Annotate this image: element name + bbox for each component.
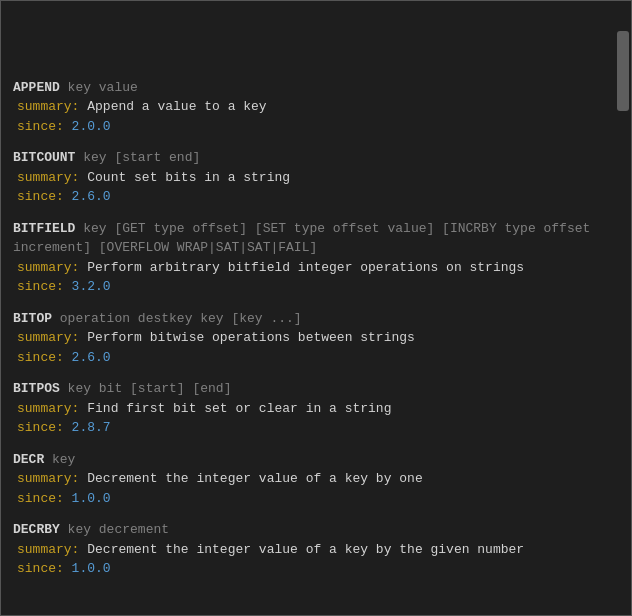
since-value: 2.8.7 — [64, 420, 111, 435]
since-line: since: 2.6.0 — [13, 348, 619, 368]
summary-label: summary: — [17, 330, 79, 345]
since-label: since: — [17, 279, 64, 294]
command-block: DECR keysummary: Decrement the integer v… — [13, 450, 619, 509]
command-syntax-line: BITCOUNT key [start end] — [13, 148, 619, 168]
summary-value: Find first bit set or clear in a string — [79, 401, 391, 416]
summary-line: summary: Decrement the integer value of … — [13, 469, 619, 489]
since-value: 2.6.0 — [64, 189, 111, 204]
summary-label: summary: — [17, 99, 79, 114]
since-line: since: 2.8.7 — [13, 418, 619, 438]
summary-value: Decrement the integer value of a key by … — [79, 471, 422, 486]
command-name: APPEND — [13, 80, 60, 95]
since-label: since: — [17, 491, 64, 506]
summary-label: summary: — [17, 542, 79, 557]
command-syntax: key [GET type offset] [SET type offset v… — [13, 221, 598, 256]
command-syntax: key value — [60, 80, 138, 95]
since-value: 1.0.0 — [64, 561, 111, 576]
command-block: DECRBY key decrementsummary: Decrement t… — [13, 520, 619, 579]
command-block: BITOP operation destkey key [key ...]sum… — [13, 309, 619, 368]
summary-value: Perform bitwise operations between strin… — [79, 330, 414, 345]
command-syntax-line: DECRBY key decrement — [13, 520, 619, 540]
since-line: since: 2.0.0 — [13, 117, 619, 137]
summary-value: Perform arbitrary bitfield integer opera… — [79, 260, 524, 275]
summary-value: Append a value to a key — [79, 99, 266, 114]
since-line: since: 2.6.0 — [13, 187, 619, 207]
commands-container: APPEND key valuesummary: Append a value … — [13, 78, 619, 590]
command-name: BITPOS — [13, 381, 60, 396]
since-value: 2.6.0 — [64, 350, 111, 365]
since-line: since: 3.2.0 — [13, 277, 619, 297]
command-syntax-line: APPEND key value — [13, 78, 619, 98]
since-label: since: — [17, 420, 64, 435]
summary-value: Decrement the integer value of a key by … — [79, 542, 524, 557]
terminal-content[interactable]: APPEND key valuesummary: Append a value … — [1, 1, 631, 589]
since-label: since: — [17, 189, 64, 204]
since-label: since: — [17, 350, 64, 365]
summary-label: summary: — [17, 401, 79, 416]
scrollbar[interactable] — [617, 31, 629, 111]
summary-line: summary: Perform arbitrary bitfield inte… — [13, 258, 619, 278]
prompt-line — [13, 9, 619, 68]
summary-label: summary: — [17, 471, 79, 486]
since-value: 3.2.0 — [64, 279, 111, 294]
summary-label: summary: — [17, 260, 79, 275]
summary-line: summary: Perform bitwise operations betw… — [13, 328, 619, 348]
command-syntax-line: BITPOS key bit [start] [end] — [13, 379, 619, 399]
command-name: BITCOUNT — [13, 150, 75, 165]
summary-line: summary: Find first bit set or clear in … — [13, 399, 619, 419]
command-name: DECRBY — [13, 522, 60, 537]
command-syntax: key — [44, 452, 75, 467]
command-syntax-line: BITFIELD key [GET type offset] [SET type… — [13, 219, 619, 258]
summary-line: summary: Decrement the integer value of … — [13, 540, 619, 560]
command-block: BITCOUNT key [start end]summary: Count s… — [13, 148, 619, 207]
command-syntax: operation destkey key [key ...] — [52, 311, 302, 326]
summary-label: summary: — [17, 170, 79, 185]
since-line: since: 1.0.0 — [13, 559, 619, 579]
command-syntax: key bit [start] [end] — [60, 381, 232, 396]
command-name: BITFIELD — [13, 221, 75, 236]
command-block: APPEND key valuesummary: Append a value … — [13, 78, 619, 137]
command-syntax: key [start end] — [75, 150, 200, 165]
command-name: DECR — [13, 452, 44, 467]
since-label: since: — [17, 119, 64, 134]
summary-line: summary: Append a value to a key — [13, 97, 619, 117]
command-syntax: key decrement — [60, 522, 169, 537]
command-syntax-line: BITOP operation destkey key [key ...] — [13, 309, 619, 329]
summary-line: summary: Count set bits in a string — [13, 168, 619, 188]
since-label: since: — [17, 561, 64, 576]
command-name: BITOP — [13, 311, 52, 326]
since-line: since: 1.0.0 — [13, 489, 619, 509]
command-block: BITFIELD key [GET type offset] [SET type… — [13, 219, 619, 297]
command-syntax-line: DECR key — [13, 450, 619, 470]
terminal-window: APPEND key valuesummary: Append a value … — [0, 0, 632, 616]
since-value: 2.0.0 — [64, 119, 111, 134]
summary-value: Count set bits in a string — [79, 170, 290, 185]
since-value: 1.0.0 — [64, 491, 111, 506]
command-block: BITPOS key bit [start] [end]summary: Fin… — [13, 379, 619, 438]
